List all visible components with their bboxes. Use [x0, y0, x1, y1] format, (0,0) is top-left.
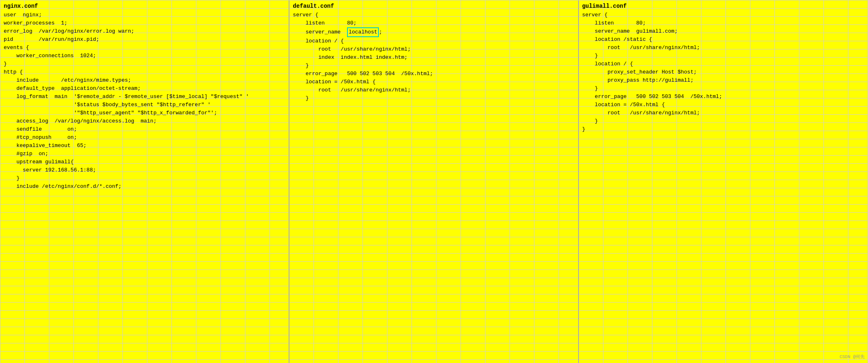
- code-line: proxy_pass http://gulimall;: [582, 76, 864, 85]
- code-line: keepalive_timeout 65;: [4, 142, 285, 150]
- code-line: worker_connections 1024;: [4, 52, 285, 60]
- code-line: root /usr/share/nginx/html;: [582, 109, 864, 117]
- panel3-content: gulimall.conf server { listen 80; server…: [579, 0, 868, 363]
- code-line: include /etc/nginx/mime.types;: [4, 76, 285, 85]
- code-line: }: [582, 125, 864, 134]
- panel2-filename: default.conf: [293, 2, 574, 10]
- main-grid: nginx.conf user nginx; worker_processes …: [0, 0, 868, 363]
- panel1-filename: nginx.conf: [4, 2, 285, 10]
- code-line: events {: [4, 44, 285, 52]
- code-line: root /usr/share/nginx/html;: [293, 86, 574, 94]
- code-line: '"$http_user_agent" "$http_x_forwarded_f…: [4, 109, 285, 117]
- code-line: }: [582, 117, 864, 125]
- code-line: server 192.168.56.1:88;: [4, 166, 285, 174]
- code-line: default_type application/octet-stream;: [4, 85, 285, 93]
- code-line: worker_processes 1;: [4, 19, 285, 27]
- code-line: listen 80;: [582, 19, 864, 27]
- code-line: error_page 500 502 503 504 /50x.html;: [293, 70, 574, 78]
- panel3-filename: gulimall.conf: [582, 2, 864, 10]
- code-line: location = /50x.html {: [293, 78, 574, 86]
- code-line: http {: [4, 68, 285, 76]
- code-line: }: [582, 85, 864, 93]
- code-line: access_log /var/log/nginx/access.log mai…: [4, 117, 285, 125]
- code-line: sendfile on;: [4, 125, 285, 134]
- code-line: upstream gulimall{: [4, 158, 285, 166]
- code-line: root /usr/share/nginx/html;: [582, 44, 864, 52]
- highlight-server-name: localhost: [347, 27, 379, 37]
- code-line: }: [293, 94, 574, 102]
- panel2-content: default.conf server { listen 80; server_…: [289, 0, 578, 363]
- code-line: user nginx;: [4, 11, 285, 19]
- panel1-content: nginx.conf user nginx; worker_processes …: [0, 0, 289, 363]
- code-line: location = /50x.html {: [582, 101, 864, 109]
- code-line: location / {: [582, 60, 864, 68]
- code-line: error_log /var/log/nginx/error.log warn;: [4, 27, 285, 36]
- code-line: server_name gulimall.com;: [582, 27, 864, 36]
- code-line: server {: [582, 11, 864, 19]
- code-line: error_page 500 502 503 504 /50x.html;: [582, 93, 864, 101]
- code-line: }: [582, 52, 864, 60]
- code-line: include /etc/nginx/conf.d/*.conf;: [4, 183, 285, 191]
- code-line: index index.html index.htm;: [293, 53, 574, 62]
- code-line: #tcp_nopush on;: [4, 134, 285, 142]
- code-line: server {: [293, 11, 574, 19]
- panel-default-conf: default.conf server { listen 80; server_…: [289, 0, 579, 363]
- panel-nginx-conf: nginx.conf user nginx; worker_processes …: [0, 0, 289, 363]
- code-line: proxy_set_header Host $host;: [582, 68, 864, 76]
- code-line: }: [4, 174, 285, 183]
- code-line: log_format main '$remote_addr - $remote_…: [4, 93, 285, 101]
- code-line: pid /var/run/nginx.pid;: [4, 36, 285, 44]
- code-line: '$status $body_bytes_sent "$http_referer…: [4, 101, 285, 109]
- code-line: location / {: [293, 37, 574, 45]
- code-line: root /usr/share/nginx/html;: [293, 45, 574, 53]
- code-line: listen 80;: [293, 19, 574, 27]
- code-line: #gzip on;: [4, 150, 285, 158]
- watermark: CSDN @何先: [839, 354, 865, 360]
- panel-gulimall-conf: gulimall.conf server { listen 80; server…: [579, 0, 868, 363]
- code-line: }: [293, 62, 574, 70]
- code-line: }: [4, 60, 285, 68]
- code-line: location /static {: [582, 36, 864, 44]
- code-line: server_name localhost;: [293, 27, 574, 37]
